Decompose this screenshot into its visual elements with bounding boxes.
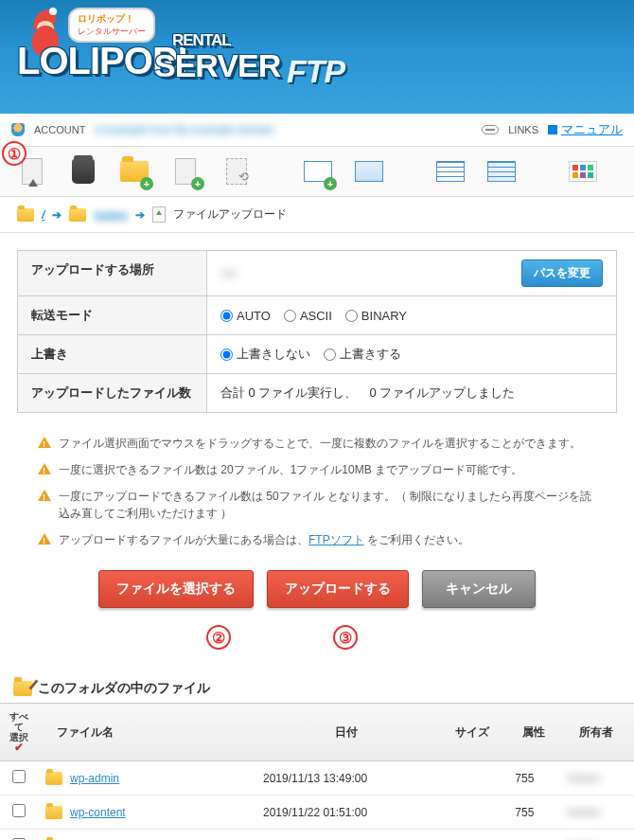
col-owner[interactable]: 所有者 [559, 704, 634, 761]
col-filename[interactable]: ファイル名 [38, 704, 255, 761]
action-buttons: ファイルを選択する アップロードする キャンセル [0, 570, 634, 608]
overwrite-label: 上書き [18, 335, 207, 373]
warning-icon [38, 463, 51, 474]
breadcrumb-root[interactable]: / [42, 208, 44, 222]
new-folder-button[interactable]: + [119, 156, 150, 187]
mode-ascii-radio[interactable]: ASCII [284, 309, 332, 323]
folder-icon [45, 806, 62, 819]
chevron-right-icon: ➔ [135, 208, 145, 222]
file-date: 2019/11/13 13:49:00 [255, 830, 436, 841]
view-option-1[interactable]: + [303, 156, 333, 187]
manual-link[interactable]: マニュアル [548, 121, 623, 138]
account-host-text: d example host ftp example domain [95, 123, 360, 136]
file-owner: hidden [559, 830, 634, 841]
toolbar: ① + + + [0, 147, 634, 197]
warning-item: ファイル選択画面でマウスをドラッグすることで、一度に複数のファイルを選択すること… [38, 430, 596, 456]
warning-icon [38, 533, 51, 545]
warning-list: ファイル選択画面でマウスをドラッグすることで、一度に複数のファイルを選択すること… [38, 430, 596, 553]
uploaded-count-label: アップロードしたファイル数 [18, 374, 207, 412]
file-size [436, 761, 507, 795]
header-banner: ロリポップ！ レンタルサーバー LOLIPOP! RENTAL SERVER F… [0, 0, 634, 114]
col-size[interactable]: サイズ [436, 704, 507, 761]
view-option-2[interactable] [354, 156, 384, 187]
select-files-button[interactable]: ファイルを選択する [98, 570, 254, 608]
file-size [436, 830, 507, 841]
col-date[interactable]: 日付 [255, 704, 436, 761]
folder-contents-section: このフォルダの中のファイル すべて選択✔ ファイル名 日付 サイズ 属性 所有者… [0, 674, 634, 840]
warning-item: 一度に選択できるファイル数は 20ファイル、1ファイル10MB までアップロード… [38, 456, 596, 483]
square-icon [548, 125, 557, 134]
upload-settings-table: アップロードする場所 /dir パスを変更 転送モード AUTO ASCII B… [17, 250, 617, 413]
folder-icon [45, 772, 62, 785]
file-owner: hidden [559, 761, 634, 795]
annotation-marker-2: ② [206, 625, 231, 650]
links-label: LINKS [508, 124, 538, 135]
row-checkbox[interactable] [12, 770, 26, 783]
file-attr: 755 [507, 795, 559, 830]
account-label: ACCOUNT [34, 124, 85, 135]
links-icon [482, 125, 499, 134]
trash-button[interactable] [68, 156, 98, 187]
file-date: 2019/11/22 01:51:00 [255, 795, 436, 830]
banner-bubble: ロリポップ！ レンタルサーバー [68, 8, 155, 43]
table-row: wp-admin2019/11/13 13:49:00755hidden [0, 761, 634, 795]
upload-location-value: /dir [220, 266, 238, 280]
mode-binary-radio[interactable]: BINARY [345, 309, 407, 323]
file-link[interactable]: wp-content [70, 806, 126, 819]
file-table: すべて選択✔ ファイル名 日付 サイズ 属性 所有者 wp-admin2019/… [0, 703, 634, 840]
warning-icon [38, 490, 51, 501]
col-select-all[interactable]: すべて選択✔ [0, 704, 38, 761]
upload-button[interactable]: アップロードする [267, 570, 409, 608]
folder-icon [69, 208, 86, 222]
row-checkbox[interactable] [12, 804, 26, 817]
chevron-right-icon: ➔ [52, 208, 62, 222]
change-path-button[interactable]: パスを変更 [521, 259, 603, 287]
account-bar: ACCOUNT d example host ftp example domai… [0, 114, 634, 147]
col-attr[interactable]: 属性 [507, 704, 559, 761]
folder-contents-title: このフォルダの中のファイル [0, 674, 634, 703]
cancel-button[interactable]: キャンセル [422, 570, 536, 608]
account-icon [11, 123, 25, 136]
folder-icon [17, 208, 34, 222]
mode-auto-radio[interactable]: AUTO [220, 309, 271, 323]
annotation-marker-1: ① [2, 141, 26, 166]
file-attr: 755 [507, 830, 559, 841]
file-size [436, 795, 507, 830]
upload-location-label: アップロードする場所 [18, 251, 207, 295]
warning-item: 一度にアップロードできるファイル数は 50ファイル となります。（ 制限になりま… [38, 483, 596, 527]
transfer-mode-label: 転送モード [18, 296, 207, 334]
file-link[interactable]: wp-admin [70, 772, 119, 785]
overwrite-no-radio[interactable]: 上書きしない [220, 346, 310, 363]
breadcrumb: / ➔ hidden ➔ ファイルアップロード [0, 197, 634, 233]
file-date: 2019/11/13 13:49:00 [255, 761, 436, 795]
table-row: wp-content2019/11/22 01:51:00755hidden [0, 795, 634, 830]
table-row: wp-includes2019/11/13 13:49:00755hidden [0, 830, 634, 841]
file-upload-icon [152, 206, 166, 223]
view-list[interactable] [435, 156, 466, 187]
overwrite-yes-radio[interactable]: 上書きする [324, 346, 401, 363]
warning-item: アップロードするファイルが大量にある場合は、FTPソフト をご利用ください。 [38, 527, 596, 553]
logo: LOLIPOP! RENTAL SERVER FTP [17, 40, 188, 82]
warning-icon [38, 437, 51, 448]
view-detail[interactable] [486, 156, 517, 187]
breadcrumb-current: ファイルアップロード [173, 206, 287, 223]
breadcrumb-folder[interactable]: hidden [94, 208, 128, 222]
view-color-grid[interactable] [568, 156, 598, 187]
new-file-button[interactable]: + [170, 156, 201, 187]
uploaded-count-value: 合計 0 ファイル実行し、 0 ファイルアップしました [220, 384, 515, 402]
folder-edit-icon [13, 681, 32, 696]
file-owner: hidden [559, 795, 634, 830]
annotation-marker-3: ③ [333, 625, 358, 650]
file-attr: 755 [507, 761, 559, 795]
rename-file-button[interactable] [221, 156, 252, 187]
